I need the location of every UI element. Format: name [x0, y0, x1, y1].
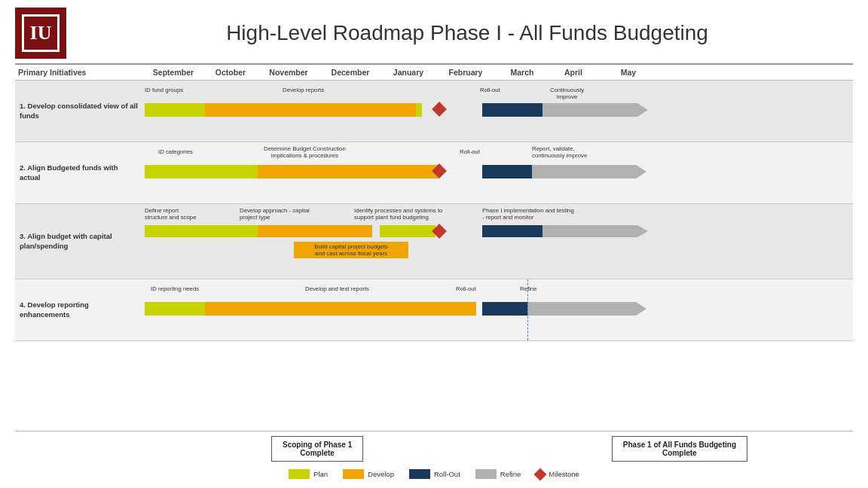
- label-budget-construction: Determine Budget Constructionimplication…: [264, 145, 346, 160]
- label-develop-approach: Develop approach - capitalproject type: [240, 207, 310, 221]
- legend: Plan Develop Roll-Out Refine Milestone: [15, 466, 853, 482]
- col-header-initiatives: Primary Initiatives: [15, 65, 143, 80]
- label-id-fund-groups: ID fund groups: [145, 87, 183, 93]
- label-define-report: Define reportstructure and scope: [145, 207, 196, 221]
- table-row: 3. Align budget with capital plan/spendi…: [15, 204, 853, 279]
- col-header-jan: January: [381, 65, 436, 80]
- milestone-1: [432, 102, 447, 117]
- callout-area: Scoping of Phase 1 Complete Phase 1 of A…: [15, 432, 853, 465]
- bar-plan-3a: [145, 225, 259, 237]
- label-rollout-2: Roll-out: [460, 148, 480, 155]
- legend-swatch-develop: [343, 469, 364, 479]
- gantt-area-2: ID categories Determine Budget Construct…: [143, 142, 659, 203]
- col-header-nov: November: [258, 65, 319, 80]
- label-refine-4: Refine: [520, 285, 537, 292]
- main-content: Primary Initiatives September October No…: [15, 63, 853, 482]
- col-header-apr: April: [549, 65, 598, 80]
- logo: IU: [15, 8, 66, 59]
- column-headers: Primary Initiatives September October No…: [15, 65, 853, 81]
- bar-plan-3b: [380, 225, 436, 237]
- scoping-line2: Complete: [300, 449, 335, 457]
- col-header-oct: October: [203, 65, 258, 80]
- label-develop-reports: Develop reports: [283, 87, 324, 93]
- col-header-dec: December: [319, 65, 381, 80]
- bar-develop-4: [205, 302, 476, 316]
- legend-swatch-rollout: [409, 469, 430, 479]
- gantt-area-3: Define reportstructure and scope Develop…: [143, 204, 659, 279]
- legend-diamond-milestone: [534, 468, 547, 480]
- label-id-reporting: ID reporting needs: [151, 285, 199, 292]
- bar-refine-3: [542, 225, 648, 237]
- bar-rollout-2: [482, 165, 532, 178]
- label-continuous-1: Continuouslyimprove: [550, 87, 584, 101]
- label-phase1-impl: Phase I implementation and testing- repo…: [482, 207, 574, 221]
- label-rollout-1: Roll-out: [480, 87, 500, 93]
- bar-navy-3: [482, 225, 542, 237]
- bar-develop-2: [258, 165, 439, 178]
- legend-milestone: Milestone: [536, 470, 579, 479]
- bar-develop-3: [258, 225, 372, 237]
- row-label-1: 1. Develop consolidated view of all fund…: [15, 99, 143, 124]
- table-row: 2. Align Budgeted funds with actual ID c…: [15, 142, 853, 204]
- bar-rollout-4: [482, 302, 527, 316]
- label-build-capital: Build capital project budgetsand cast ac…: [294, 243, 408, 258]
- legend-swatch-plan: [289, 469, 310, 479]
- table-row: 1. Develop consolidated view of all fund…: [15, 81, 853, 142]
- bar-develop-1: [205, 103, 416, 117]
- row-label-2: 2. Align Budgeted funds with actual: [15, 160, 143, 185]
- label-rollout-4: Roll-out: [456, 285, 476, 292]
- legend-label-plan: Plan: [313, 470, 328, 478]
- row-label-4: 4. Develop reporting enhancements: [15, 297, 143, 322]
- dashed-line-4: [527, 279, 528, 340]
- legend-develop: Develop: [343, 469, 394, 479]
- legend-label-rollout: Roll-Out: [434, 470, 460, 478]
- legend-label-milestone: Milestone: [549, 470, 579, 478]
- legend-rollout: Roll-Out: [409, 469, 460, 479]
- scoping-line1: Scoping of Phase 1: [283, 441, 352, 449]
- header: IU High-Level Roadmap Phase I - All Fund…: [15, 8, 853, 59]
- legend-plan: Plan: [289, 469, 328, 479]
- col-header-feb: February: [436, 65, 496, 80]
- gantt-area-4: ID reporting needs Develop and test repo…: [143, 279, 659, 340]
- logo-text: IU: [30, 22, 52, 44]
- gantt-wrapper: Primary Initiatives September October No…: [15, 63, 853, 432]
- phase1-line2: Complete: [662, 449, 697, 457]
- legend-label-develop: Develop: [368, 470, 394, 478]
- bar-refine-4-arrow: [527, 302, 646, 316]
- bar-refine-1: [542, 103, 648, 117]
- gantt-area-1: ID fund groups Develop reports Roll-out …: [143, 81, 659, 142]
- bar-rollout-1: [482, 103, 542, 117]
- col-header-mar: March: [496, 65, 549, 80]
- phase1-line1: Phase 1 of All Funds Budgeting: [623, 441, 736, 449]
- page-title: High-Level Roadmap Phase I - All Funds B…: [81, 21, 853, 45]
- col-header-sep: September: [143, 65, 203, 80]
- scoping-callout-box: Scoping of Phase 1 Complete: [271, 436, 363, 462]
- table-row: 4. Develop reporting enhancements ID rep…: [15, 279, 853, 341]
- label-develop-test: Develop and test reports: [305, 285, 369, 292]
- legend-swatch-refine: [475, 469, 497, 479]
- legend-label-refine: Refine: [500, 470, 521, 478]
- logo-inner: IU: [22, 14, 60, 52]
- label-identify-processes: Identify processes and systems tosupport…: [354, 207, 442, 221]
- phase1-callout-box: Phase 1 of All Funds Budgeting Complete: [612, 436, 747, 462]
- legend-refine: Refine: [475, 469, 521, 479]
- gantt-rows: 1. Develop consolidated view of all fund…: [15, 81, 853, 431]
- col-header-may: May: [598, 65, 659, 80]
- bar-refine-2: [532, 165, 646, 178]
- label-report-validate: Report, validate,continuously improve: [532, 145, 587, 160]
- row-label-3: 3. Align budget with capital plan/spendi…: [15, 229, 143, 254]
- label-id-categories: ID categories: [158, 148, 193, 155]
